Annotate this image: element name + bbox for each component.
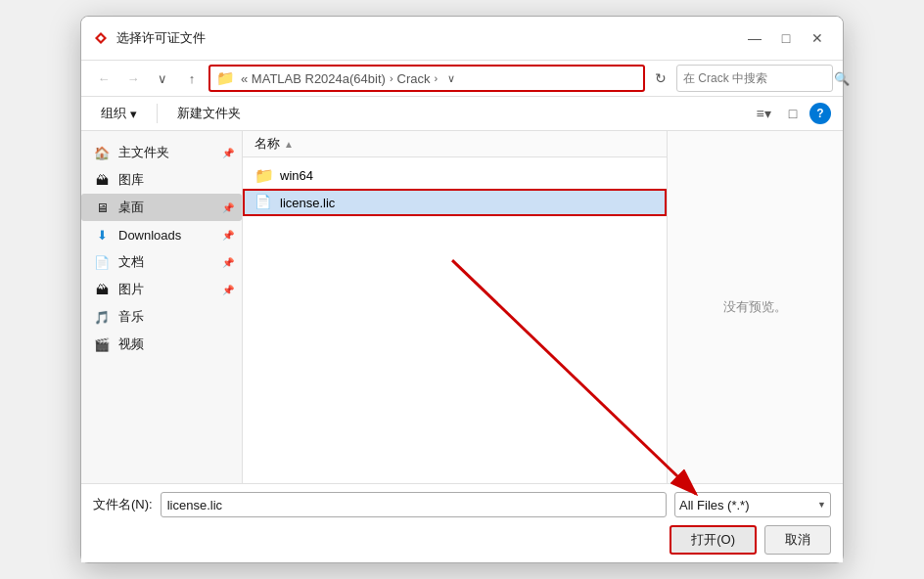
photo-icon: 🏔 [93,171,111,189]
sort-icon: ▲ [284,139,294,150]
pin-icon-desktop: 📌 [222,202,234,213]
file-item-win64[interactable]: 📁 win64 [243,161,667,189]
address-part-1: « MATLAB R2024a(64bit) [241,71,386,86]
main-content: 🏠 主文件夹 📌 🏔 图库 🖥 桌面 📌 ⬇ Downloads 📌 📄 文档 [81,131,843,483]
sidebar-item-gallery[interactable]: 🏔 图库 [81,166,242,194]
filename-row: 文件名(N): All Files (*.*) [93,492,831,517]
desktop-icon: 🖥 [93,199,111,216]
title-bar: 选择许可证文件 — □ ✕ [81,17,843,61]
maximize-button[interactable]: □ [772,24,800,52]
address-chevron-icon: ∨ [447,72,455,85]
address-path: « MATLAB R2024a(64bit) › Crack › [241,71,438,86]
file-name-win64: win64 [280,168,313,183]
download-icon: ⬇ [93,226,111,244]
organize-arrow: ▾ [130,107,137,121]
sidebar-label-home: 主文件夹 [118,144,169,161]
refresh-button[interactable]: ↻ [649,67,672,90]
preview-panel: 没有预览。 [667,131,843,483]
minimize-button[interactable]: — [741,24,768,52]
video-icon: 🎬 [93,335,111,353]
filename-label: 文件名(N): [93,496,153,513]
pin-icon-documents: 📌 [222,257,234,268]
sidebar-label-documents: 文档 [118,253,144,271]
maximize-view-button[interactable]: □ [780,101,806,126]
sidebar-item-downloads[interactable]: ⬇ Downloads 📌 [81,221,242,248]
sidebar-label-gallery: 图库 [118,171,144,189]
folder-icon: 📁 [216,69,235,87]
sidebar-label-pictures: 图片 [118,281,144,298]
filename-input[interactable] [161,492,667,517]
folder-icon-win64: 📁 [254,166,272,184]
new-folder-button[interactable]: 新建文件夹 [169,102,249,125]
view-menu-button[interactable]: ≡ ▾ [751,101,776,126]
organize-button[interactable]: 组织 ▾ [93,102,145,125]
no-preview-text: 没有预览。 [723,298,787,316]
filetype-select[interactable]: All Files (*.*) [674,492,831,517]
help-button[interactable]: ? [809,103,831,124]
address-part-2: Crack [397,71,431,86]
address-bar[interactable]: 📁 « MATLAB R2024a(64bit) › Crack › ∨ [208,65,645,92]
dialog-title: 选择许可证文件 [116,29,733,47]
document-icon: 📄 [93,253,111,271]
toolbar-separator-1 [157,104,158,123]
sidebar-item-pictures[interactable]: 🏔 图片 📌 [81,276,242,303]
close-button[interactable]: ✕ [804,24,831,52]
filetype-wrapper: All Files (*.*) [674,492,831,517]
sidebar-item-desktop[interactable]: 🖥 桌面 📌 [81,194,242,221]
file-area: 名称 ▲ 📁 win64 📄 license.lic [243,131,667,483]
search-input[interactable] [683,71,830,85]
pictures-icon: 🏔 [93,281,111,298]
file-icon-license: 📄 [254,194,272,211]
sidebar-item-documents[interactable]: 📄 文档 📌 [81,248,242,276]
organize-label: 组织 [101,105,126,122]
address-sep-1: › [390,72,393,84]
sidebar-label-music: 音乐 [118,308,144,326]
pin-icon-home: 📌 [222,148,234,158]
pin-icon-pictures: 📌 [222,285,234,295]
file-name-license: license.lic [280,196,335,210]
view-arrow-icon: ▾ [764,106,771,121]
sidebar-item-home[interactable]: 🏠 主文件夹 📌 [81,139,242,166]
toolbar: 组织 ▾ 新建文件夹 ≡ ▾ □ ? [81,97,843,131]
file-list: 📁 win64 📄 license.lic [243,157,667,483]
sidebar-item-music[interactable]: 🎵 音乐 [81,303,242,331]
music-icon: 🎵 [93,308,111,326]
file-item-license[interactable]: 📄 license.lic [243,189,667,216]
new-folder-label: 新建文件夹 [177,105,241,122]
home-icon: 🏠 [93,144,111,161]
cancel-button[interactable]: 取消 [764,525,831,555]
sidebar-item-videos[interactable]: 🎬 视频 [81,331,242,358]
app-icon [93,30,109,46]
search-bar[interactable]: 🔍 [676,65,833,92]
address-sep-2: › [435,72,439,84]
file-header: 名称 ▲ [243,131,667,157]
pin-icon-downloads: 📌 [222,230,234,241]
sidebar-label-desktop: 桌面 [118,199,144,216]
forward-button[interactable]: → [120,66,146,91]
toolbar-right: ≡ ▾ □ ? [751,101,831,126]
back-button[interactable]: ← [91,66,116,91]
dropdown-button[interactable]: ∨ [150,66,175,91]
file-column-header: 名称 [254,135,280,153]
view-menu-icon: ≡ [756,106,763,121]
open-button[interactable]: 打开(O) [670,525,757,555]
sidebar: 🏠 主文件夹 📌 🏔 图库 🖥 桌面 📌 ⬇ Downloads 📌 📄 文档 [81,131,243,483]
sidebar-label-videos: 视频 [118,335,144,353]
action-row: 打开(O) 取消 [93,525,831,555]
bottom-bar: 文件名(N): All Files (*.*) 打开(O) 取消 [81,483,843,562]
up-button[interactable]: ↑ [179,66,205,91]
search-icon: 🔍 [834,71,850,86]
file-dialog: 选择许可证文件 — □ ✕ ← → ∨ ↑ 📁 « MATLAB R2024a(… [80,16,844,563]
sidebar-label-downloads: Downloads [118,228,181,243]
window-controls: — □ ✕ [741,24,831,52]
nav-bar: ← → ∨ ↑ 📁 « MATLAB R2024a(64bit) › Crack… [81,61,843,97]
